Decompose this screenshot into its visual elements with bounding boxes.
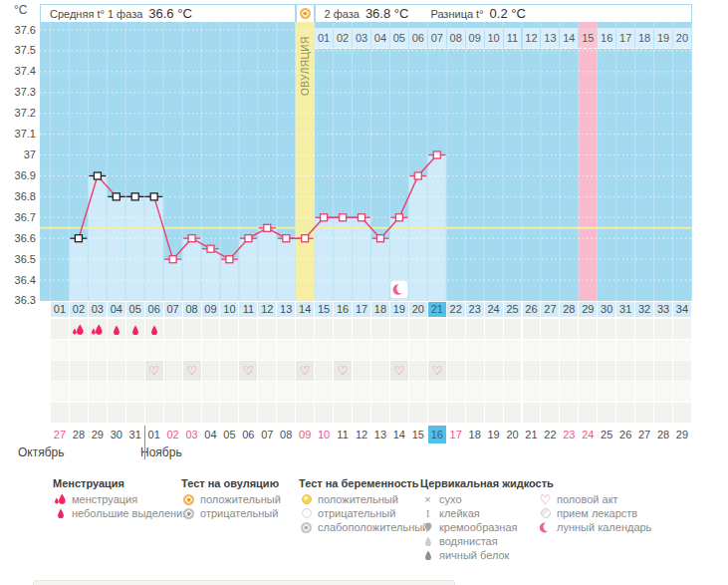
date-cell[interactable]: 05 bbox=[220, 426, 238, 443]
cycle-day-cell[interactable]: 20 bbox=[409, 302, 427, 317]
ovulation-test-row-cell[interactable] bbox=[598, 340, 615, 360]
pregnancy-test-row-cell[interactable] bbox=[315, 382, 333, 402]
cycle-day-cell[interactable]: 02 bbox=[70, 302, 88, 317]
dpo-cell[interactable]: 06 bbox=[409, 28, 427, 49]
pregnancy-test-row-cell[interactable] bbox=[560, 382, 578, 402]
menstruation-row-cell[interactable] bbox=[390, 319, 408, 339]
dpo-cell[interactable]: 09 bbox=[466, 28, 484, 49]
date-cell[interactable]: 27 bbox=[51, 426, 69, 443]
cycle-day-cell[interactable]: 22 bbox=[447, 302, 465, 317]
menstruation-row-cell[interactable] bbox=[258, 319, 276, 339]
cervical-fluid-row-cell[interactable] bbox=[616, 403, 634, 423]
menstruation-row-cell[interactable] bbox=[673, 319, 691, 339]
ovulation-test-row-cell[interactable] bbox=[183, 340, 201, 360]
intercourse-row-cell[interactable] bbox=[466, 361, 484, 381]
ovulation-test-row-cell[interactable] bbox=[673, 340, 691, 360]
temp-point[interactable] bbox=[150, 193, 157, 200]
date-cell[interactable]: 07 bbox=[258, 426, 276, 443]
temp-point[interactable] bbox=[264, 224, 271, 231]
date-cell[interactable]: 15 bbox=[409, 426, 427, 443]
pregnancy-test-row-cell[interactable] bbox=[409, 382, 427, 402]
cycle-day-cell[interactable]: 32 bbox=[635, 302, 653, 317]
temp-point[interactable] bbox=[94, 172, 101, 179]
cycle-day-cell[interactable]: 01 bbox=[51, 302, 69, 317]
temp-point[interactable] bbox=[377, 235, 384, 242]
date-cell[interactable]: 28 bbox=[654, 426, 672, 443]
cycle-day-cell[interactable]: 07 bbox=[164, 302, 182, 317]
date-cell[interactable]: 30 bbox=[108, 426, 125, 443]
temp-point[interactable] bbox=[75, 235, 82, 242]
cycle-day-cell[interactable]: 18 bbox=[371, 302, 389, 317]
intercourse-row-cell[interactable] bbox=[51, 361, 69, 381]
cervical-fluid-row-cell[interactable] bbox=[296, 403, 314, 423]
cervical-fluid-row-cell[interactable] bbox=[220, 403, 238, 423]
pregnancy-test-row-cell[interactable] bbox=[108, 382, 125, 402]
cervical-fluid-row-cell[interactable] bbox=[353, 403, 370, 423]
dpo-cell[interactable]: 12 bbox=[523, 28, 541, 49]
cycle-day-cell[interactable]: 04 bbox=[108, 302, 125, 317]
cycle-day-cell[interactable]: 13 bbox=[277, 302, 295, 317]
dpo-cell[interactable]: 15 bbox=[579, 28, 597, 49]
date-cell[interactable]: 14 bbox=[390, 426, 408, 443]
intercourse-row-cell[interactable] bbox=[541, 361, 559, 381]
ovulation-test-row-cell[interactable] bbox=[579, 340, 597, 360]
date-cell[interactable]: 29 bbox=[89, 426, 107, 443]
date-cell[interactable]: 08 bbox=[277, 426, 295, 443]
ovulation-test-row-cell[interactable] bbox=[616, 340, 634, 360]
dpo-cell[interactable]: 10 bbox=[485, 28, 503, 49]
cervical-fluid-row-cell[interactable] bbox=[51, 403, 69, 423]
cervical-fluid-row-cell[interactable] bbox=[485, 403, 503, 423]
menstruation-row-cell[interactable] bbox=[220, 319, 238, 339]
pregnancy-test-row-cell[interactable] bbox=[579, 382, 597, 402]
date-cell[interactable]: 02 bbox=[164, 426, 182, 443]
cervical-fluid-row-cell[interactable] bbox=[70, 403, 88, 423]
temp-point[interactable] bbox=[226, 256, 233, 263]
cervical-fluid-row-cell[interactable] bbox=[371, 403, 389, 423]
cycle-day-cell[interactable]: 19 bbox=[390, 302, 408, 317]
intercourse-row-cell[interactable] bbox=[277, 361, 295, 381]
cycle-day-cell[interactable]: 06 bbox=[145, 302, 163, 317]
ovulation-test-row-cell[interactable] bbox=[466, 340, 484, 360]
cervical-fluid-row-cell[interactable] bbox=[409, 403, 427, 423]
cervical-fluid-row-cell[interactable] bbox=[673, 403, 691, 423]
intercourse-row-cell[interactable] bbox=[654, 361, 672, 381]
date-cell[interactable]: 12 bbox=[353, 426, 370, 443]
intercourse-row-cell[interactable] bbox=[371, 361, 389, 381]
ovulation-test-row-cell[interactable] bbox=[560, 340, 578, 360]
cervical-fluid-row-cell[interactable] bbox=[504, 403, 522, 423]
cycle-day-cell[interactable]: 21 bbox=[428, 302, 446, 317]
intercourse-row-cell[interactable] bbox=[673, 361, 691, 381]
pregnancy-test-row-cell[interactable] bbox=[296, 382, 314, 402]
ovulation-test-row-cell[interactable] bbox=[635, 340, 653, 360]
menstruation-row-cell[interactable] bbox=[485, 319, 503, 339]
ovulation-test-row-cell[interactable] bbox=[145, 340, 163, 360]
pregnancy-test-row-cell[interactable] bbox=[598, 382, 615, 402]
dpo-cell[interactable]: 08 bbox=[447, 28, 465, 49]
dpo-cell[interactable]: 16 bbox=[598, 28, 615, 49]
cycle-day-cell[interactable]: 29 bbox=[579, 302, 597, 317]
cycle-day-cell[interactable]: 24 bbox=[485, 302, 503, 317]
menstruation-row-cell[interactable] bbox=[296, 319, 314, 339]
ovulation-test-row-cell[interactable] bbox=[202, 340, 220, 360]
pregnancy-test-row-cell[interactable] bbox=[258, 382, 276, 402]
pregnancy-test-row-cell[interactable] bbox=[126, 382, 144, 402]
intercourse-row-cell[interactable] bbox=[108, 361, 125, 381]
date-cell[interactable]: 11 bbox=[334, 426, 352, 443]
temp-point[interactable] bbox=[113, 193, 120, 200]
date-cell[interactable]: 22 bbox=[541, 426, 559, 443]
date-cell[interactable]: 09 bbox=[296, 426, 314, 443]
intercourse-row-cell[interactable] bbox=[409, 361, 427, 381]
temp-point[interactable] bbox=[395, 214, 402, 221]
temp-point[interactable] bbox=[321, 214, 328, 221]
ovulation-test-row-cell[interactable] bbox=[428, 340, 446, 360]
menstruation-row-cell[interactable] bbox=[277, 319, 295, 339]
intercourse-row-cell[interactable] bbox=[315, 361, 333, 381]
ovulation-test-row-cell[interactable] bbox=[485, 340, 503, 360]
date-cell[interactable]: 19 bbox=[485, 426, 503, 443]
ovulation-test-row-cell[interactable] bbox=[164, 340, 182, 360]
cervical-fluid-row-cell[interactable] bbox=[164, 403, 182, 423]
ovulation-test-row-cell[interactable] bbox=[523, 340, 541, 360]
ovulation-test-row-cell[interactable] bbox=[258, 340, 276, 360]
intercourse-row-cell[interactable] bbox=[220, 361, 238, 381]
cycle-day-cell[interactable]: 25 bbox=[504, 302, 522, 317]
